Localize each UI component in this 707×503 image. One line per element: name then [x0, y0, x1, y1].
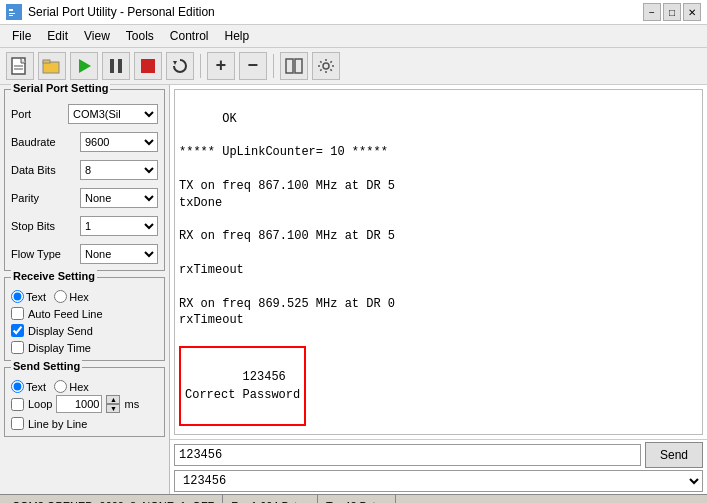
flowtype-select[interactable]: None: [80, 244, 158, 264]
parity-label: Parity: [11, 192, 39, 204]
toolbar-open-button[interactable]: [38, 52, 66, 80]
databits-select[interactable]: 8: [80, 160, 158, 180]
receive-format-group: Text Hex: [11, 290, 158, 303]
toolbar-settings-button[interactable]: [312, 52, 340, 80]
display-time-checkbox[interactable]: [11, 341, 24, 354]
toolbar-play-button[interactable]: [70, 52, 98, 80]
parity-row: Parity None: [11, 188, 158, 208]
menu-bar: File Edit View Tools Control Help: [0, 25, 707, 48]
baudrate-select[interactable]: 9600: [80, 132, 158, 152]
send-input[interactable]: [174, 444, 641, 466]
left-panel: Serial Port Setting Port COM3(Sil Baudra…: [0, 85, 170, 494]
line-by-line-row: Line by Line: [11, 417, 158, 430]
svg-marker-9: [79, 59, 91, 73]
send-row: Send: [174, 442, 703, 468]
svg-rect-7: [43, 62, 59, 73]
toolbar-new-button[interactable]: [6, 52, 34, 80]
send-text-radio[interactable]: Text: [11, 380, 46, 393]
maximize-button[interactable]: □: [663, 3, 681, 21]
svg-line-24: [320, 69, 321, 70]
svg-point-16: [323, 63, 329, 69]
receive-title: Receive Setting: [11, 270, 97, 282]
databits-label: Data Bits: [11, 164, 56, 176]
menu-edit[interactable]: Edit: [39, 27, 76, 45]
loop-checkbox[interactable]: [11, 398, 24, 411]
svg-rect-12: [141, 59, 155, 73]
send-section: Send Setting Text Hex Loop 1000 ▲ ▼: [4, 367, 165, 437]
svg-rect-2: [9, 13, 15, 14]
highlighted-text: 123456 Correct Password: [185, 370, 300, 402]
toolbar-add-button[interactable]: +: [207, 52, 235, 80]
stopbits-select[interactable]: 1: [80, 216, 158, 236]
svg-line-21: [320, 61, 321, 62]
auto-feed-row: Auto Feed Line: [11, 307, 158, 320]
ms-label: ms: [124, 398, 139, 410]
window-controls: − □ ✕: [643, 3, 701, 21]
loop-value-input[interactable]: 1000: [56, 395, 102, 413]
stopbits-label: Stop Bits: [11, 220, 55, 232]
parity-select[interactable]: None: [80, 188, 158, 208]
svg-rect-1: [9, 9, 13, 11]
highlighted-output: 123456 Correct Password: [179, 346, 306, 426]
auto-feed-label: Auto Feed Line: [28, 308, 103, 320]
title-bar: Serial Port Utility - Personal Edition −…: [0, 0, 707, 25]
cmd-select[interactable]: 123456: [174, 470, 703, 492]
svg-rect-3: [9, 15, 13, 16]
app-icon: [6, 4, 22, 20]
menu-control[interactable]: Control: [162, 27, 217, 45]
status-bar: COM3 OPENED, 9600, 8, NONE, 1, OFF Rx: 1…: [0, 494, 707, 503]
databits-row: Data Bits 8: [11, 160, 158, 180]
menu-file[interactable]: File: [4, 27, 39, 45]
toolbar-minus-button[interactable]: −: [239, 52, 267, 80]
display-time-row: Display Time: [11, 341, 158, 354]
flowtype-row: Flow Type None: [11, 244, 158, 264]
menu-help[interactable]: Help: [217, 27, 258, 45]
toolbar-refresh-button[interactable]: [166, 52, 194, 80]
loop-down-button[interactable]: ▼: [106, 404, 120, 413]
stopbits-row: Stop Bits 1: [11, 216, 158, 236]
line-by-line-checkbox[interactable]: [11, 417, 24, 430]
main-layout: Serial Port Setting Port COM3(Sil Baudra…: [0, 85, 707, 494]
display-send-label: Display Send: [28, 325, 93, 337]
loop-label: Loop: [28, 398, 52, 410]
menu-view[interactable]: View: [76, 27, 118, 45]
display-send-checkbox[interactable]: [11, 324, 24, 337]
loop-up-button[interactable]: ▲: [106, 395, 120, 404]
cmd-select-row: 123456: [174, 470, 703, 492]
close-button[interactable]: ✕: [683, 3, 701, 21]
serial-port-section: Serial Port Setting Port COM3(Sil Baudra…: [4, 89, 165, 271]
rx-status: Rx: 1,604 Bytes: [223, 495, 318, 503]
serial-port-title: Serial Port Setting: [11, 82, 110, 94]
toolbar-pause-button[interactable]: [102, 52, 130, 80]
baudrate-label: Baudrate: [11, 136, 56, 148]
port-select[interactable]: COM3(Sil: [68, 104, 158, 124]
output-text-before: OK ***** UpLinkCounter= 10 ***** TX on f…: [179, 112, 395, 328]
display-send-row: Display Send: [11, 324, 158, 337]
minimize-button[interactable]: −: [643, 3, 661, 21]
output-area: OK ***** UpLinkCounter= 10 ***** TX on f…: [174, 89, 703, 435]
svg-marker-13: [173, 61, 177, 65]
svg-rect-0: [7, 6, 21, 18]
send-button[interactable]: Send: [645, 442, 703, 468]
toolbar-stop-button[interactable]: [134, 52, 162, 80]
menu-tools[interactable]: Tools: [118, 27, 162, 45]
auto-feed-checkbox[interactable]: [11, 307, 24, 320]
svg-line-23: [330, 61, 331, 62]
loop-row: Loop 1000 ▲ ▼ ms: [11, 395, 158, 413]
svg-line-22: [330, 69, 331, 70]
right-panel: OK ***** UpLinkCounter= 10 ***** TX on f…: [170, 85, 707, 494]
loop-spinner: ▲ ▼: [106, 395, 120, 413]
svg-rect-10: [110, 59, 114, 73]
send-hex-radio[interactable]: Hex: [54, 380, 89, 393]
toolbar: + −: [0, 48, 707, 85]
display-time-label: Display Time: [28, 342, 91, 354]
receive-section: Receive Setting Text Hex Auto Feed Line …: [4, 277, 165, 361]
toolbar-layout-button[interactable]: [280, 52, 308, 80]
svg-rect-8: [43, 60, 50, 63]
svg-rect-15: [295, 59, 302, 73]
com-status: COM3 OPENED, 9600, 8, NONE, 1, OFF: [4, 495, 223, 503]
receive-text-radio[interactable]: Text: [11, 290, 46, 303]
send-title: Send Setting: [11, 360, 82, 372]
window-title: Serial Port Utility - Personal Edition: [28, 5, 215, 19]
receive-hex-radio[interactable]: Hex: [54, 290, 89, 303]
